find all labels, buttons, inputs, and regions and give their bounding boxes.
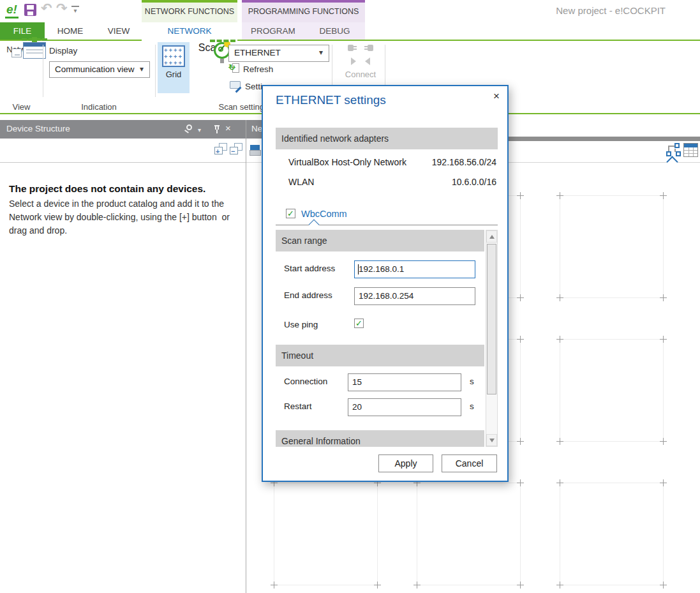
group-label-indication: Indication [43, 102, 155, 112]
canvas-grid-cell[interactable] [560, 195, 664, 298]
start-address-input[interactable]: 192.168.0.1 [354, 260, 475, 278]
adapter-subnet: 192.168.56.0/24 [432, 157, 496, 167]
apply-button[interactable]: Apply [378, 454, 433, 472]
topology-view-icon[interactable] [666, 143, 681, 157]
end-address-input[interactable]: 192.168.0.254 [354, 287, 475, 305]
grid-icon: ++++ ++++ ++++ [162, 45, 185, 67]
tab-home[interactable]: HOME [45, 22, 96, 40]
timeout-header: Timeout [276, 345, 484, 366]
network-view-button[interactable]: Network [3, 42, 41, 54]
adapter-row[interactable]: VirtualBox Host-Only Network 192.168.56.… [288, 157, 496, 167]
adapter-row[interactable]: WLAN 10.6.0.0/16 [288, 177, 496, 187]
purple-accent-bar [242, 0, 365, 3]
cancel-button[interactable]: Cancel [442, 454, 497, 472]
cell-corner-marker [556, 336, 563, 343]
ribbon-tab-row: FILE HOME VIEW NETWORK PROGRAM DEBUG [0, 22, 700, 40]
cell-corner-marker [374, 582, 381, 589]
canvas-grid-cell[interactable] [417, 483, 521, 585]
customize-toolbar-icon[interactable]: ▾ [71, 6, 79, 14]
ecockpit-logo-icon: e! [5, 3, 19, 19]
expand-all-icon[interactable]: + [214, 143, 227, 154]
network-header-band [509, 137, 700, 141]
collapse-all-icon[interactable]: − [230, 143, 242, 154]
wbccomm-tab-label[interactable]: WbcComm [301, 209, 347, 219]
cell-corner-marker [556, 479, 563, 486]
cell-corner-marker [556, 294, 563, 301]
wbccomm-checkbox[interactable]: ✓ [286, 209, 295, 218]
tab-file[interactable]: FILE [0, 22, 45, 40]
scroll-down-icon[interactable] [486, 434, 497, 446]
cell-corner-marker [517, 438, 524, 445]
search-dropdown-icon[interactable]: ▾ [198, 126, 201, 133]
adapter-select-dropdown[interactable]: ETHERNET ▾ [228, 45, 329, 62]
use-ping-label: Use ping [284, 320, 318, 329]
device-structure-panel: Device Structure ▾ × + − The project doe… [0, 120, 246, 593]
display-view-dropdown[interactable]: Communication view ▾ [49, 61, 150, 78]
empty-project-hint: Select a device in the product catalog a… [9, 197, 242, 237]
device-structure-toolbar: + − [0, 139, 246, 163]
device-structure-header: Device Structure ▾ × [0, 120, 246, 139]
search-icon[interactable] [184, 124, 195, 135]
cell-corner-marker [660, 438, 667, 445]
contextual-tab-programming-functions[interactable]: PROGRAMMING FUNCTIONS [242, 0, 365, 22]
scrollbar-thumb[interactable] [487, 244, 496, 394]
display-label: Display [49, 46, 77, 56]
grid-toggle-button[interactable]: ++++ ++++ ++++ Grid [158, 42, 190, 93]
tab-view[interactable]: VIEW [96, 22, 142, 40]
tab-program[interactable]: PROGRAM [242, 22, 304, 40]
arrow-right-icon [351, 57, 356, 65]
adapter-subnet: 10.6.0.0/16 [452, 177, 496, 187]
cell-corner-marker [517, 582, 524, 589]
cell-corner-marker [660, 192, 667, 199]
cell-corner-marker [660, 336, 667, 343]
scroll-up-icon[interactable] [486, 230, 497, 243]
refresh-button[interactable]: ↻ Refresh [230, 63, 273, 74]
chevron-down-icon: ▾ [140, 64, 144, 73]
restart-unit: s [470, 402, 474, 411]
scan-button[interactable]: Scan [193, 42, 227, 93]
application-window: e! ↶ ↷ ▾ New project - e!COCKPIT NETWORK… [0, 0, 700, 593]
restart-timeout-input[interactable]: 20 [348, 398, 461, 416]
plug-left-icon [348, 44, 357, 52]
settings-icon [230, 81, 242, 91]
folder-icon[interactable] [249, 145, 261, 156]
close-icon[interactable]: × [493, 90, 500, 103]
redo-icon[interactable]: ↷ [56, 1, 68, 16]
restart-label: Restart [284, 402, 312, 411]
adapter-name: VirtualBox Host-Only Network [288, 157, 406, 167]
chevron-down-icon: ▾ [319, 48, 323, 57]
save-icon[interactable] [24, 4, 36, 16]
cell-corner-marker [517, 294, 524, 301]
canvas-grid-cell[interactable] [560, 483, 664, 585]
canvas-grid-cell[interactable] [560, 339, 664, 442]
table-view-icon[interactable] [683, 143, 698, 157]
dialog-scrollbar[interactable] [486, 230, 498, 447]
selected-view-caret-icon [666, 156, 678, 167]
connection-timeout-input[interactable]: 15 [348, 373, 461, 391]
ethernet-settings-dialog: × ETHERNET settings Identified network a… [262, 85, 509, 482]
group-label-view: View [0, 102, 43, 112]
contextual-tab-network-functions[interactable]: NETWORK FUNCTIONS [142, 0, 237, 22]
empty-project-heading: The project does not contain any devices… [9, 183, 205, 195]
start-address-label: Start address [284, 264, 335, 273]
pin-icon[interactable] [214, 125, 220, 133]
cell-corner-marker [517, 336, 524, 343]
group-separator [155, 45, 156, 97]
close-icon[interactable]: × [225, 123, 231, 133]
connection-unit: s [470, 377, 474, 386]
end-address-label: End address [284, 290, 332, 300]
adapter-name: WLAN [288, 177, 314, 187]
cell-corner-marker [660, 582, 667, 589]
panel-title: Device Structure [6, 124, 70, 133]
cell-corner-marker [517, 479, 524, 486]
arrow-left-icon [365, 57, 370, 65]
use-ping-checkbox[interactable]: ✓ [354, 319, 364, 328]
text-cursor [358, 264, 359, 274]
tab-network[interactable]: NETWORK [142, 22, 237, 40]
window-title: New project - e!COCKPIT [556, 5, 666, 16]
undo-icon[interactable]: ↶ [41, 1, 52, 16]
cell-corner-marker [556, 438, 563, 445]
canvas-grid-cell[interactable] [274, 483, 378, 585]
tab-debug[interactable]: DEBUG [304, 22, 365, 40]
green-accent-bar [142, 0, 237, 3]
